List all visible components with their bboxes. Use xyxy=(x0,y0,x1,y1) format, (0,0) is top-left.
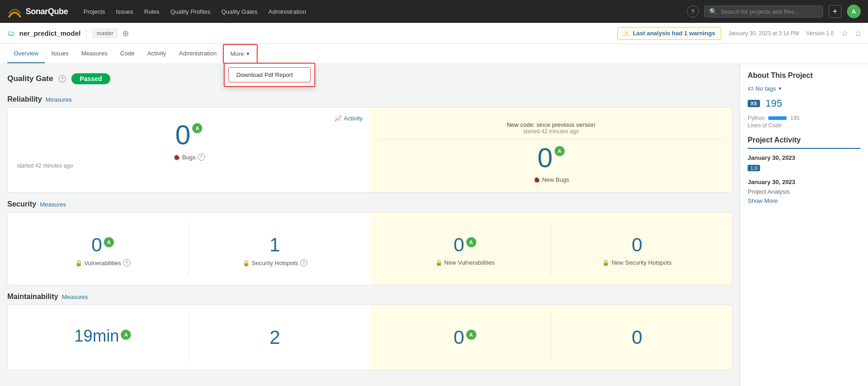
activity-link[interactable]: 📈 Activity xyxy=(334,115,362,122)
debt-cell: 19min A xyxy=(17,314,189,361)
hotspots-help[interactable]: ? xyxy=(300,259,307,266)
bugs-label: 🐞 Bugs ? xyxy=(17,153,361,161)
new-vuln-lock-icon: 🔒 xyxy=(435,259,442,266)
lang-loc: 195 xyxy=(790,115,799,121)
warning-banner[interactable]: ⚠ Last analysis had 1 warnings xyxy=(617,27,721,40)
tab-measures[interactable]: Measures xyxy=(75,44,114,63)
tab-code[interactable]: Code xyxy=(114,44,141,63)
nav-projects[interactable]: Projects xyxy=(79,5,110,18)
topnav: SonarQube Projects Issues Rules Quality … xyxy=(0,0,868,23)
spacer xyxy=(748,175,861,179)
nav-quality-gates[interactable]: Quality Gates xyxy=(217,5,262,18)
maintainability-measures-link[interactable]: Measures xyxy=(62,294,88,300)
new-code-sub: started 42 minutes ago xyxy=(388,128,714,135)
hotspots-value: 1 xyxy=(270,235,280,255)
activity-line xyxy=(748,148,861,149)
left-panel: Quality Gate ? Passed Reliability Measur… xyxy=(0,64,740,386)
separator: ⁚ xyxy=(85,28,88,38)
main-content: Quality Gate ? Passed Reliability Measur… xyxy=(0,64,868,386)
activity-date2: January 30, 2023 xyxy=(748,179,861,185)
maintainability-header: Maintainability Measures xyxy=(7,293,733,301)
project-info: 🗂 ner_predict_model ⁚ master ⊕ xyxy=(7,28,129,38)
vuln-value-row: 0 A xyxy=(26,231,179,259)
nav-administration[interactable]: Administration xyxy=(264,5,311,18)
lang-bar-row: Python 195 xyxy=(748,115,861,121)
bugs-help[interactable]: ? xyxy=(198,153,205,161)
new-bugs-grade: A xyxy=(555,146,565,156)
lock-icon: 🔒 xyxy=(75,260,82,266)
tab-issues[interactable]: Issues xyxy=(45,44,75,63)
new-smells-value-row: 0 xyxy=(560,323,714,352)
hotspots-label: 🔒 Security Hotspots ? xyxy=(198,259,352,266)
new-hotspots-value-row: 0 xyxy=(560,231,714,259)
loc-row: XS 195 xyxy=(748,98,861,109)
language-label: Python xyxy=(748,115,765,121)
started-text: started 42 minutes ago xyxy=(17,163,361,169)
loc-number: 195 xyxy=(766,98,782,109)
maintainability-metrics: 19min A 2 0 A xyxy=(7,304,733,370)
tab-overview[interactable]: Overview xyxy=(7,44,45,63)
add-button[interactable]: + xyxy=(829,5,841,18)
tab-more-wrapper[interactable]: More ▼ Download Pdf Report xyxy=(223,44,258,64)
vuln-help[interactable]: ? xyxy=(123,259,130,266)
quality-gate-status: Passed xyxy=(71,73,110,84)
warning-icon: ⚠ xyxy=(623,29,629,38)
maintainability-right-grid: 0 A 0 xyxy=(379,314,723,361)
vuln-label: 🔒 Vulnerabilities ? xyxy=(26,259,179,266)
new-bugs-value: 0 xyxy=(538,144,553,172)
lang-bar xyxy=(768,116,787,120)
search-input[interactable] xyxy=(721,8,818,15)
security-measures-link[interactable]: Measures xyxy=(40,201,66,208)
nav-quality-profiles[interactable]: Quality Profiles xyxy=(166,5,215,18)
star-icon[interactable]: ☆ xyxy=(841,28,848,38)
user-avatar[interactable]: A xyxy=(847,5,861,18)
reliability-metrics: 📈 Activity 0 A 🐞 Bugs ? started 42 minut… xyxy=(7,107,733,193)
logo[interactable]: SonarQube xyxy=(7,4,68,19)
new-hotspots-cell: 0 🔒 New Security Hotspots xyxy=(551,222,723,275)
no-tags[interactable]: 🏷 No tags ▼ xyxy=(748,85,861,92)
warning-text[interactable]: Last analysis had 1 warnings xyxy=(633,30,715,37)
reliability-right: New code: since previous version started… xyxy=(370,108,733,192)
search-icon: 🔍 xyxy=(709,8,717,15)
new-bugs-label: 🐞 New Bugs xyxy=(379,176,723,183)
activity-date1: January 30, 2023 xyxy=(748,154,861,161)
quality-gate-label: Quality Gate xyxy=(7,74,53,83)
add-branch-icon[interactable]: ⊕ xyxy=(122,28,129,38)
new-hotspots-label: 🔒 New Security Hotspots xyxy=(560,259,714,266)
right-panel: About This Project 🏷 No tags ▼ XS 195 Py… xyxy=(740,64,868,386)
tabs: Overview Issues Measures Code Activity A… xyxy=(0,44,868,64)
nav-rules[interactable]: Rules xyxy=(140,5,164,18)
nav-issues[interactable]: Issues xyxy=(111,5,138,18)
security-header: Security Measures xyxy=(7,200,733,208)
dropdown-item-pdf[interactable]: Download Pdf Report xyxy=(228,67,311,82)
version-badge: 1.0 xyxy=(748,165,760,171)
new-debt-cell: 0 A xyxy=(379,314,551,361)
hotspots-cell: 1 🔒 Security Hotspots ? xyxy=(189,222,361,276)
vuln-value: 0 xyxy=(92,235,102,255)
help-button[interactable]: ? xyxy=(687,5,699,17)
vuln-grade: A xyxy=(104,237,114,247)
new-hotspots-value: 0 xyxy=(631,235,642,255)
search-box[interactable]: 🔍 xyxy=(704,5,823,17)
activity-link-label: Activity xyxy=(344,115,362,122)
project-name[interactable]: ner_predict_model xyxy=(19,29,81,37)
new-hotspots-lock-icon: 🔒 xyxy=(602,259,609,266)
tab-activity[interactable]: Activity xyxy=(141,44,173,63)
security-right-grid: 0 A 🔒 New Vulnerabilities 0 � xyxy=(379,222,723,275)
activity-item: Project Analysis xyxy=(748,188,861,195)
quality-gate-help[interactable]: ? xyxy=(59,75,66,82)
new-vuln-value: 0 xyxy=(453,235,464,255)
tab-administration[interactable]: Administration xyxy=(173,44,223,63)
show-more-link[interactable]: Show More xyxy=(748,197,778,204)
home-icon[interactable]: ⌂ xyxy=(856,28,861,38)
reliability-measures-link[interactable]: Measures xyxy=(46,96,72,103)
analysis-date: January 30, 2023 at 3:14 PM xyxy=(728,30,799,37)
new-debt-value-row: 0 A xyxy=(388,323,542,352)
subheader-right: ⚠ Last analysis had 1 warnings January 3… xyxy=(617,27,861,40)
debt-value: 19min xyxy=(74,328,119,344)
hotspots-value-row: 1 xyxy=(198,231,352,259)
security-right: 0 A 🔒 New Vulnerabilities 0 � xyxy=(370,212,733,285)
branch-tag[interactable]: master xyxy=(92,29,118,38)
no-tags-label: No tags xyxy=(755,85,776,92)
bugs-value: 0 xyxy=(175,121,190,149)
